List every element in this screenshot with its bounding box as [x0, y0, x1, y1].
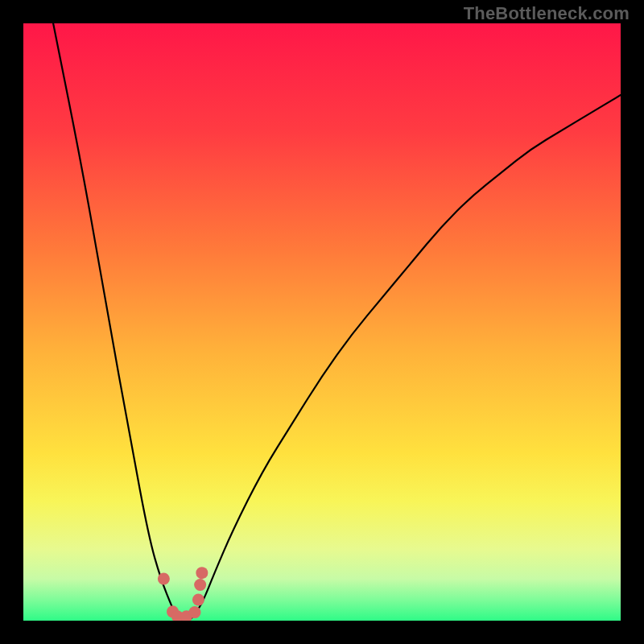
marker-dot: [192, 594, 204, 606]
plot-area: [23, 23, 621, 621]
marker-dot: [158, 573, 170, 585]
marker-dot: [196, 567, 208, 579]
watermark-text: TheBottleneck.com: [464, 3, 630, 24]
chart-svg: [23, 23, 621, 621]
marker-dot: [194, 579, 206, 591]
gradient-background: [23, 23, 621, 621]
marker-dot: [188, 606, 200, 618]
chart-frame: TheBottleneck.com: [0, 0, 644, 644]
